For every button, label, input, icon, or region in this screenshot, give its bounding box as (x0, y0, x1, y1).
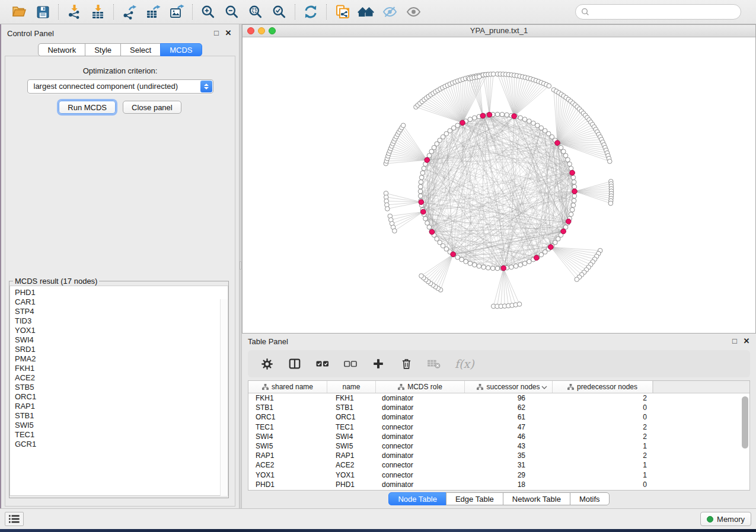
hide-selected-icon[interactable] (378, 3, 401, 21)
table-cell[interactable]: 46 (465, 432, 553, 441)
tab-network-table[interactable]: Network Table (503, 492, 570, 505)
table-row[interactable]: SWI5SWI5connector431 (248, 441, 749, 451)
table-cell[interactable]: 2 (553, 393, 653, 403)
table-cell[interactable]: 2 (553, 451, 653, 460)
export-image-icon[interactable] (165, 3, 189, 21)
run-mcds-button[interactable]: Run MCDS (59, 101, 116, 114)
tab-mcds[interactable]: MCDS (160, 43, 202, 56)
mcds-result-item[interactable]: RAP1 (10, 402, 228, 411)
table-row[interactable]: ACE2ACE2connector311 (248, 460, 749, 470)
task-history-button[interactable] (5, 512, 24, 526)
table-cell[interactable]: YOX1 (327, 470, 376, 480)
mcds-result-item[interactable]: STB5 (10, 383, 228, 392)
table-cell[interactable]: dominator (376, 432, 465, 441)
mcds-result-item[interactable]: SWI4 (10, 335, 228, 345)
table-cell[interactable]: connector (376, 460, 465, 470)
table-row[interactable]: PHD1PHD1dominator180 (248, 480, 749, 489)
table-cell[interactable]: SWI5 (327, 441, 376, 451)
table-row[interactable]: FKH1FKH1dominator962 (248, 393, 749, 403)
mcds-list-scrollbar[interactable] (220, 299, 228, 496)
column-header-successor-nodes[interactable]: successor nodes (465, 381, 553, 393)
refresh-view-icon[interactable] (299, 3, 323, 21)
table-row[interactable]: STB1STB1dominator620 (248, 403, 749, 412)
export-table-icon[interactable] (141, 3, 165, 21)
close-panel-icon[interactable]: ✕ (224, 28, 233, 37)
table-cell[interactable]: 0 (553, 403, 653, 412)
tab-select[interactable]: Select (120, 43, 161, 56)
mcds-result-item[interactable]: ORC1 (10, 392, 228, 402)
table-cell[interactable]: TEC1 (327, 422, 376, 432)
float-panel-icon[interactable]: □ (212, 28, 221, 37)
table-cell[interactable]: ACE2 (248, 460, 327, 470)
zoom-in-icon[interactable] (196, 3, 220, 21)
table-cell[interactable]: 1 (553, 470, 653, 480)
window-close-icon[interactable] (247, 27, 254, 34)
table-cell[interactable]: FKH1 (327, 393, 376, 403)
export-network-icon[interactable] (117, 3, 141, 21)
mcds-result-item[interactable]: GCR1 (10, 440, 228, 449)
mcds-result-list[interactable]: PHD1CAR1STP4TID3YOX1SWI4SRD1PMA2FKH1ACE2… (9, 286, 228, 496)
table-cell[interactable]: 0 (553, 480, 653, 489)
mcds-result-item[interactable]: PMA2 (10, 354, 228, 364)
column-header-name[interactable]: name (327, 381, 376, 393)
column-header-shared-name[interactable]: shared name (248, 381, 327, 393)
network-graph[interactable] (243, 37, 755, 333)
table-cell[interactable]: dominator (376, 451, 465, 460)
table-cell[interactable]: RAP1 (327, 451, 376, 460)
table-cell[interactable]: STB1 (248, 403, 327, 412)
mcds-result-item[interactable]: SRD1 (10, 345, 228, 354)
table-cell[interactable]: YOX1 (248, 470, 327, 480)
window-maximize-icon[interactable] (269, 27, 276, 34)
import-network-icon[interactable] (62, 3, 86, 21)
table-row[interactable]: ORC1ORC1dominator610 (248, 412, 749, 422)
table-cell[interactable]: dominator (376, 403, 465, 412)
table-cell[interactable]: dominator (376, 393, 465, 403)
mcds-result-item[interactable]: STP4 (10, 307, 228, 316)
table-cell[interactable]: TEC1 (248, 422, 327, 432)
mcds-result-item[interactable]: YOX1 (10, 326, 228, 335)
tab-network[interactable]: Network (38, 43, 85, 56)
table-cell[interactable]: 2 (553, 422, 653, 432)
table-cell[interactable]: 31 (465, 460, 553, 470)
table-cell[interactable]: 96 (465, 393, 553, 403)
close-table-panel-icon[interactable]: ✕ (742, 336, 751, 345)
table-cell[interactable]: PHD1 (327, 480, 376, 489)
sort-chevron-down-icon[interactable] (541, 385, 547, 390)
table-cell[interactable]: dominator (376, 480, 465, 489)
float-table-panel-icon[interactable]: □ (730, 336, 739, 345)
zoom-fit-icon[interactable] (244, 3, 267, 21)
table-cell[interactable]: 29 (465, 470, 553, 480)
table-cell[interactable]: 62 (465, 403, 553, 412)
table-cell[interactable]: SWI4 (248, 432, 327, 441)
mcds-result-item[interactable]: TEC1 (10, 430, 228, 440)
import-table-icon[interactable] (86, 3, 110, 21)
table-cell[interactable]: FKH1 (248, 393, 327, 403)
table-row[interactable]: TEC1TEC1connector472 (248, 422, 749, 432)
table-cell[interactable]: 47 (465, 422, 553, 432)
table-cell[interactable]: 61 (465, 412, 553, 422)
table-cell[interactable]: RAP1 (248, 451, 327, 460)
deselect-all-columns-icon[interactable] (343, 357, 358, 371)
mcds-result-item[interactable]: PHD1 (10, 286, 228, 297)
table-cell[interactable]: 1 (553, 460, 653, 470)
mcds-result-item[interactable]: SWI5 (10, 421, 228, 430)
search-input[interactable] (575, 4, 741, 20)
delete-rows-icon[interactable] (399, 357, 413, 371)
table-cell[interactable]: 1 (553, 441, 653, 451)
table-cell[interactable]: STB1 (327, 403, 376, 412)
tab-edge-table[interactable]: Edge Table (446, 492, 503, 505)
table-cell[interactable]: 43 (465, 441, 553, 451)
show-columns-icon[interactable] (288, 357, 302, 371)
show-all-icon[interactable] (401, 3, 425, 21)
zoom-selected-icon[interactable] (267, 3, 291, 21)
duplicate-network-icon[interactable] (330, 3, 354, 21)
first-neighbors-icon[interactable] (354, 3, 378, 21)
network-window-titlebar[interactable]: YPA_prune.txt_1 (243, 25, 755, 37)
table-cell[interactable]: SWI4 (327, 432, 376, 441)
memory-button[interactable]: Memory (700, 512, 751, 526)
table-cell[interactable]: 18 (465, 480, 553, 489)
table-scrollbar-thumb[interactable] (742, 396, 748, 448)
criterion-dropdown[interactable]: largest connected component (undirected) (27, 79, 213, 94)
table-cell[interactable]: ORC1 (327, 412, 376, 422)
close-panel-button[interactable]: Close panel (123, 101, 181, 114)
